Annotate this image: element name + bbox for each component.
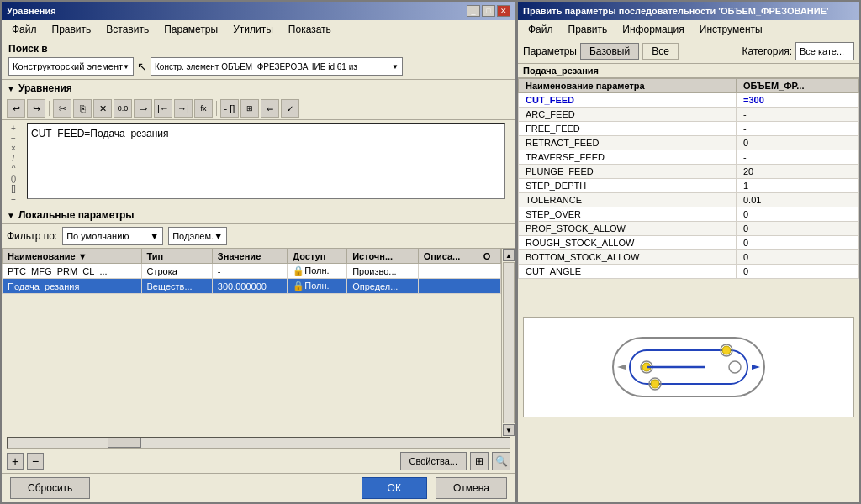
copy-button[interactable]: ⎘ [73,99,92,118]
ok-button[interactable]: ОК [362,477,427,499]
undo-button[interactable]: ↩ [7,99,25,118]
grid-icon-button[interactable]: ⊞ [470,452,489,470]
minimize-button[interactable]: _ [467,5,480,17]
params-scroll-area[interactable]: Наименование ▼ Тип Значение Доступ Источ… [2,249,501,333]
right-menu-file[interactable]: Файл [521,22,560,37]
param-type-cell: Веществ... [141,279,212,294]
menu-show[interactable]: Показать [282,22,338,37]
horizontal-scrollbar[interactable] [7,437,510,449]
div-side-btn[interactable]: / [7,154,20,163]
scroll-up-btn[interactable]: ▲ [503,249,515,261]
filter-dropdown2[interactable]: Подэлем. ▼ [168,227,227,245]
plus-side-btn[interactable]: + [7,123,20,133]
table-row[interactable]: Подача_резания Веществ... 300.000000 🔒По… [3,279,501,294]
right-table-row[interactable]: ARC_FEED - [519,108,859,122]
right-param-value: =300 [736,93,858,108]
equation-input[interactable]: CUT_FEED=Подача_резания [27,123,505,199]
right-param-value: 1 [736,179,858,193]
right-table-scroll[interactable]: Наименование параметра ОБЪЕМ_ФР... CUT_F… [518,78,859,313]
right-menu-tools[interactable]: Инструменты [693,22,769,37]
bracket-button[interactable]: |← [154,99,172,118]
search-icon-button[interactable]: 🔍 [492,452,510,470]
scroll-track[interactable] [503,262,515,423]
right-param-name: TOLERANCE [519,193,737,207]
right-param-value: - [736,122,858,136]
export-button[interactable]: ✓ [281,99,299,118]
local-params-title: Локальные параметры [18,209,135,221]
menu-insert[interactable]: Вставить [99,22,156,37]
search-dropdown2[interactable]: Констр. элемент ОБЪЕМ_ФРЕЗЕРОВАНИЕ id 61… [151,57,403,76]
table-button[interactable]: ⊞ [240,99,259,118]
menu-utils[interactable]: Утилиты [226,22,280,37]
add-row-button[interactable]: + [7,453,24,470]
menu-params[interactable]: Параметры [157,22,224,37]
remove-row-button[interactable]: − [27,453,44,470]
right-table-row[interactable]: ROUGH_STOCK_ALLOW 0 [519,236,859,250]
right-table-row[interactable]: STEP_DEPTH 1 [519,179,859,193]
local-params-header[interactable]: ▼ Локальные параметры [2,207,515,224]
right-table-row[interactable]: CUT_FEED =300 [519,93,859,108]
access-cell: 🔒Полн. [288,264,347,279]
right-table-row[interactable]: TOLERANCE 0.01 [519,193,859,207]
power-side-btn[interactable]: ^ [7,164,20,173]
right-params-table: Наименование параметра ОБЪЕМ_ФР... CUT_F… [518,78,859,279]
parens-side-btn[interactable]: () [7,174,20,183]
maximize-button[interactable]: □ [482,5,495,17]
right-param-name: TRAVERSE_FEED [519,150,737,165]
table-scrollbar[interactable]: ▲ ▼ [501,249,515,437]
import-button[interactable]: ⇐ [261,99,279,118]
right-table-row[interactable]: BOTTOM_STOCK_ALLOW 0 [519,250,859,265]
param-value-cell: - [212,264,287,279]
right-param-value: - [736,150,858,165]
svg-point-7 [651,380,659,388]
number-button[interactable]: 0.0 [114,99,132,118]
dropdown1-arrow-icon: ▼ [123,63,129,71]
table-row[interactable]: PTC_MFG_PRM_CL_... Строка - 🔒Полн. Произ… [3,264,501,279]
times-side-btn[interactable]: × [7,144,20,153]
params-table-area: Наименование ▼ Тип Значение Доступ Источ… [2,249,515,437]
bracket2-button[interactable]: →| [174,99,193,118]
right-table-row[interactable]: CUT_ANGLE 0 [519,265,859,279]
brackets-side-btn[interactable]: [] [7,184,20,193]
right-table-row[interactable]: STEP_OVER 0 [519,207,859,222]
filter-dropdown1[interactable]: По умолчанию ▼ [62,227,163,245]
right-table-row[interactable]: FREE_FEED - [519,122,859,136]
tab-basic[interactable]: Базовый [580,43,639,60]
h-scroll-thumb [108,438,141,448]
right-table-row[interactable]: TRAVERSE_FEED - [519,150,859,165]
right-section-header: Подача_резания [518,64,859,78]
menu-edit[interactable]: Править [45,22,98,37]
curly-button[interactable]: - [] [220,99,239,118]
scroll-down-btn[interactable]: ▼ [503,424,515,436]
formula-button[interactable]: fx [194,99,213,118]
menu-file[interactable]: Файл [5,22,44,37]
category-dropdown[interactable]: Все кате... [795,42,854,60]
scissors-button[interactable]: ✂ [53,99,71,118]
right-menu-edit[interactable]: Править [562,22,615,37]
right-param-value: 0 [736,136,858,150]
right-param-name: BOTTOM_STOCK_ALLOW [519,250,737,265]
delete-button[interactable]: ✕ [93,99,112,118]
right-table-row[interactable]: RETRACT_FEED 0 [519,136,859,150]
left-window: Уравнения _ □ ✕ Файл Править Вставить Па… [0,0,517,504]
equals-side-btn[interactable]: = [7,194,20,203]
right-table-row[interactable]: PROF_STOCK_ALLOW 0 [519,222,859,236]
equations-section-header[interactable]: ▼ Уравнения [2,80,515,97]
right-menu-info[interactable]: Информация [615,22,690,37]
tab-all[interactable]: Все [642,43,679,60]
right-table-row[interactable]: PLUNGE_FEED 20 [519,165,859,179]
equations-section-title: Уравнения [18,82,72,94]
minus-side-btn[interactable]: − [7,134,20,143]
search-dropdown1[interactable]: Конструкторский элемент ▼ [8,57,134,76]
cancel-button[interactable]: Отмена [436,477,507,499]
col-other: О [478,249,500,264]
param-type-cell: Строка [141,264,212,279]
arrow-button[interactable]: ⇒ [134,99,152,118]
bottom-toolbar: + − Свойства... ⊞ 🔍 [2,449,515,473]
left-window-title: Уравнения [7,6,56,16]
close-button[interactable]: ✕ [497,5,510,17]
param-value-cell: 300.000000 [212,279,287,294]
reset-button[interactable]: Сбросить [10,477,90,499]
properties-button[interactable]: Свойства... [400,452,467,470]
redo-button[interactable]: ↪ [27,99,45,118]
